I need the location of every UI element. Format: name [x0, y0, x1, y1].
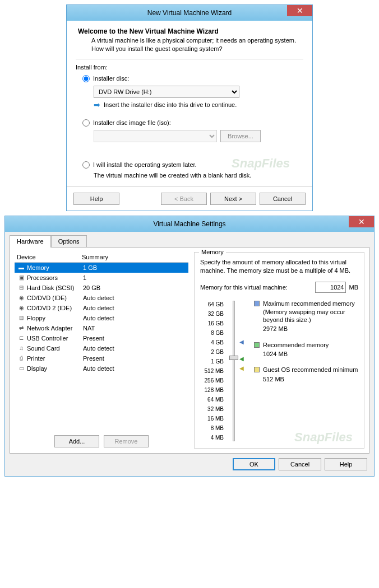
radio-installer-disc-input[interactable] — [82, 75, 90, 82]
device-summary: Auto detect — [83, 295, 188, 301]
memory-tick: 1 GB — [200, 357, 224, 366]
memory-tick: 32 GB — [200, 309, 224, 319]
device-summary: Auto detect — [83, 315, 188, 321]
device-name: CD/DVD 2 (IDE) — [27, 305, 72, 311]
radio-iso-label: Installer disc image file (iso): — [93, 119, 171, 126]
later-note: The virtual machine will be created with… — [94, 172, 303, 179]
memory-tick: 32 MB — [200, 404, 224, 414]
iso-path-select[interactable] — [94, 130, 217, 142]
square-blue-icon — [254, 301, 260, 306]
device-icon: ⊟ — [17, 314, 26, 322]
wizard-subtext: A virtual machine is like a physical com… — [76, 36, 303, 53]
device-name: Floppy — [27, 315, 45, 321]
marker-rec-icon: ◀ — [239, 356, 244, 362]
device-row[interactable]: ◉CD/DVD 2 (IDE)Auto detect — [15, 303, 188, 313]
device-row[interactable]: ▬Memory1 GB — [15, 263, 188, 273]
device-icon: ▭ — [17, 365, 26, 372]
memory-slider[interactable]: ◀ ◀ ◀ — [228, 300, 238, 442]
device-icon: ⊟ — [17, 284, 26, 292]
device-name: Processors — [27, 274, 58, 281]
marker-min-icon: ◀ — [239, 365, 244, 371]
slider-thumb[interactable] — [229, 356, 238, 360]
device-icon: ◉ — [17, 304, 26, 312]
device-name: Printer — [27, 355, 45, 362]
device-list[interactable]: ▬Memory1 GB▣Processors1⊟Hard Disk (SCSI)… — [15, 263, 188, 374]
ok-button[interactable]: OK — [233, 458, 275, 470]
memory-tick: 8 GB — [200, 328, 224, 338]
device-name: Memory — [27, 264, 49, 271]
close-icon[interactable]: ✕ — [287, 5, 312, 16]
device-row[interactable]: ♫Sound CardAuto detect — [15, 343, 188, 353]
memory-tick: 256 MB — [200, 376, 224, 385]
memory-input[interactable] — [315, 282, 346, 293]
device-row[interactable]: ▭DisplayAuto detect — [15, 363, 188, 374]
tab-bar: Hardware Options — [10, 235, 369, 248]
radio-later[interactable]: I will install the operating system late… — [82, 161, 303, 169]
device-row[interactable]: ▣Processors1 — [15, 273, 188, 283]
device-row[interactable]: ⊏USB ControllerPresent — [15, 333, 188, 343]
device-row[interactable]: ⊟Hard Disk (SCSI)20 GB — [15, 283, 188, 293]
memory-tick: 8 MB — [200, 423, 224, 433]
remove-button[interactable]: Remove — [104, 435, 149, 447]
cancel-button[interactable]: Cancel — [279, 458, 321, 470]
help-button[interactable]: Help — [73, 193, 119, 205]
memory-legend-list: Maximum recommended memory (Memory swapp… — [243, 300, 358, 442]
device-summary: Auto detect — [83, 305, 188, 311]
marker-max-icon: ◀ — [239, 339, 244, 345]
device-summary: NAT — [83, 325, 188, 332]
browse-button[interactable]: Browse... — [220, 130, 261, 142]
memory-tick: 16 GB — [200, 319, 224, 328]
device-summary: 1 — [83, 274, 188, 281]
device-icon: ⎙ — [17, 354, 26, 362]
install-from-label: Install from: — [76, 64, 303, 71]
add-button[interactable]: Add... — [54, 435, 99, 447]
device-row[interactable]: ⇄Network AdapterNAT — [15, 323, 188, 333]
cancel-button[interactable]: Cancel — [260, 193, 306, 205]
device-row[interactable]: ◉CD/DVD (IDE)Auto detect — [15, 293, 188, 303]
drive-select[interactable]: DVD RW Drive (H:) — [94, 86, 239, 98]
radio-installer-disc-label: Installer disc: — [93, 75, 129, 82]
device-summary: 20 GB — [83, 284, 188, 291]
device-icon: ⊏ — [17, 334, 26, 342]
radio-iso[interactable]: Installer disc image file (iso): — [82, 119, 303, 127]
device-summary: Present — [83, 335, 188, 342]
wizard-footer: Help < Back Next > Cancel — [67, 186, 312, 211]
device-icon: ◉ — [17, 294, 26, 302]
device-summary: Auto detect — [83, 365, 188, 372]
back-button[interactable]: < Back — [161, 193, 207, 205]
memory-tick: 4 GB — [200, 338, 224, 347]
tab-hardware[interactable]: Hardware — [10, 235, 51, 248]
device-row[interactable]: ⊟FloppyAuto detect — [15, 313, 188, 323]
guest-minimum: Guest OS recommended minimum 512 MB — [254, 366, 358, 383]
device-summary: Auto detect — [83, 345, 188, 352]
device-row[interactable]: ⎙PrinterPresent — [15, 353, 188, 363]
next-button[interactable]: Next > — [210, 193, 256, 205]
help-button[interactable]: Help — [325, 458, 367, 470]
install-from-section: Install from: Installer disc: DVD RW Dri… — [76, 59, 303, 179]
wizard-titlebar: New Virtual Machine Wizard ✕ — [67, 5, 312, 21]
memory-tick: 2 GB — [200, 347, 224, 357]
wizard-window: New Virtual Machine Wizard ✕ Welcome to … — [66, 4, 313, 211]
col-summary: Summary — [82, 254, 188, 260]
device-icon: ♫ — [17, 344, 26, 352]
device-name: Sound Card — [27, 345, 60, 352]
square-yellow-icon — [254, 367, 260, 372]
memory-unit: MB — [349, 284, 359, 291]
device-name: CD/DVD (IDE) — [27, 295, 67, 301]
device-icon: ▬ — [17, 264, 26, 272]
memory-ticks: 64 GB32 GB16 GB8 GB4 GB2 GB1 GB512 MB256… — [200, 300, 224, 442]
wizard-body: Welcome to the New Virtual Machine Wizar… — [67, 21, 312, 186]
radio-iso-input[interactable] — [82, 119, 90, 127]
wizard-title: New Virtual Machine Wizard — [147, 9, 232, 17]
device-list-header: Device Summary — [15, 252, 188, 263]
device-icon: ▣ — [17, 274, 26, 282]
radio-later-input[interactable] — [82, 161, 90, 169]
close-icon[interactable]: ✕ — [349, 216, 374, 227]
max-recommended: Maximum recommended memory (Memory swapp… — [254, 300, 358, 333]
memory-legend: Memory — [199, 249, 226, 255]
col-device: Device — [15, 254, 82, 260]
device-summary: 1 GB — [83, 264, 188, 271]
memory-panel: Memory Specify the amount of memory allo… — [194, 252, 364, 449]
radio-installer-disc[interactable]: Installer disc: — [82, 75, 303, 82]
tab-options[interactable]: Options — [51, 235, 87, 248]
